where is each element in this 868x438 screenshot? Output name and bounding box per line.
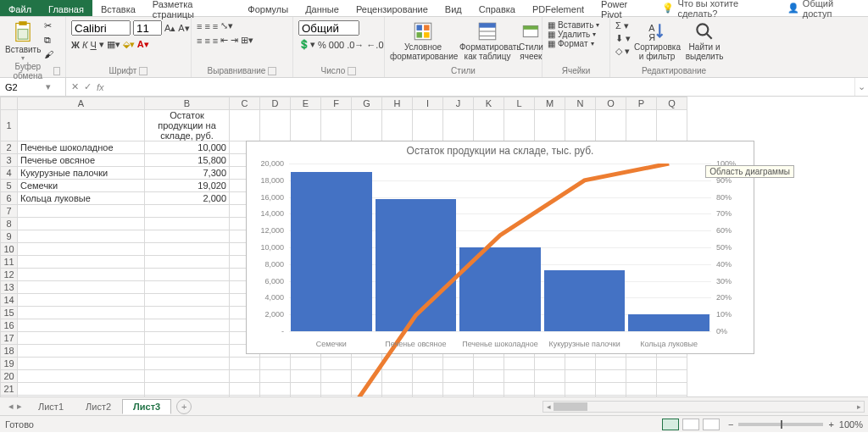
col-header-I[interactable]: I xyxy=(413,97,443,110)
worksheet-grid[interactable]: ABCDEFGHIJKLMNOPQ1Остаток продукции на с… xyxy=(0,97,868,396)
col-header-H[interactable]: H xyxy=(382,97,413,110)
cells-format-button[interactable]: ▦Формат▾ xyxy=(548,39,599,48)
cell-K1[interactable] xyxy=(474,110,504,141)
row-header-14[interactable]: 14 xyxy=(1,294,18,307)
row-header-2[interactable]: 2 xyxy=(1,141,18,154)
cell-B2[interactable]: 10,000 xyxy=(145,141,230,154)
col-header-L[interactable]: L xyxy=(504,97,535,110)
cell-A22[interactable] xyxy=(18,396,145,397)
scroll-left-icon[interactable]: ◂ xyxy=(543,402,554,412)
cell-L1[interactable] xyxy=(504,110,535,141)
tab-Формулы[interactable]: Формулы xyxy=(239,0,297,16)
decrease-font-icon[interactable]: A▾ xyxy=(178,23,189,34)
col-header-Q[interactable]: Q xyxy=(657,97,687,110)
cell-A20[interactable] xyxy=(18,370,145,383)
number-dialog-icon[interactable] xyxy=(348,67,356,75)
expand-formula-icon[interactable]: ⌄ xyxy=(854,78,868,96)
cell-B5[interactable]: 19,020 xyxy=(145,180,230,192)
merge-icon[interactable]: ⊞▾ xyxy=(241,35,253,46)
align-left-icon[interactable]: ≡ xyxy=(197,36,202,46)
inc-decimal-icon[interactable]: .0→ xyxy=(347,40,364,50)
cell-A3[interactable]: Печенье овсяное xyxy=(18,154,145,167)
tab-Данные[interactable]: Данные xyxy=(297,0,348,16)
sort-filter-button[interactable]: AЯ Сортировка и фильтр xyxy=(634,20,680,61)
fill-button[interactable]: ⬇ ▾ xyxy=(615,33,631,44)
row-header-20[interactable]: 20 xyxy=(1,370,18,383)
row-header-15[interactable]: 15 xyxy=(1,307,18,319)
cell-A4[interactable]: Кукурузные палочки xyxy=(18,167,145,180)
scroll-right-icon[interactable]: ▸ xyxy=(854,402,864,412)
cell-O1[interactable] xyxy=(596,110,626,141)
font-dialog-icon[interactable] xyxy=(139,67,147,75)
cell-styles-button[interactable]: Стили ячеек xyxy=(519,20,543,61)
view-page-break-button[interactable] xyxy=(703,419,720,430)
paste-button[interactable]: Вставить ▾ xyxy=(5,20,41,62)
cell-B7[interactable] xyxy=(145,205,230,218)
cell-B15[interactable] xyxy=(145,307,230,319)
chart-object[interactable]: Остаток продукции на складе, тыс. руб. -… xyxy=(246,141,754,354)
cell-A14[interactable] xyxy=(18,294,145,307)
col-header-D[interactable]: D xyxy=(260,97,291,110)
row-header-13[interactable]: 13 xyxy=(1,281,18,294)
cell-A17[interactable] xyxy=(18,332,145,345)
tab-Power Pivot[interactable]: Power Pivot xyxy=(593,0,655,16)
cell-A2[interactable]: Печенье шоколадное xyxy=(18,141,145,154)
cell-A18[interactable] xyxy=(18,345,145,358)
cell-B1[interactable]: Остаток продукции на складе, руб. xyxy=(145,110,230,141)
row-header-8[interactable]: 8 xyxy=(1,218,18,230)
cell-A16[interactable] xyxy=(18,319,145,332)
sheet-tab-Лист2[interactable]: Лист2 xyxy=(75,399,122,414)
col-header-E[interactable]: E xyxy=(291,97,321,110)
fx-icon[interactable]: fx xyxy=(97,82,104,92)
col-header-J[interactable]: J xyxy=(443,97,474,110)
clear-button[interactable]: ◇ ▾ xyxy=(615,46,631,57)
cut-icon[interactable]: ✂ xyxy=(44,20,53,31)
cell-I1[interactable] xyxy=(413,110,443,141)
horizontal-scrollbar[interactable]: ◂ ▸ xyxy=(542,401,865,413)
col-header-B[interactable]: B xyxy=(145,97,230,110)
row-header-22[interactable]: 22 xyxy=(1,396,18,397)
sheet-tab-Лист1[interactable]: Лист1 xyxy=(27,399,75,414)
tell-me[interactable]: 💡 Что вы хотите сделать? xyxy=(655,0,778,16)
view-normal-button[interactable] xyxy=(662,419,679,430)
indent-inc-icon[interactable]: ⇥ xyxy=(231,35,238,46)
cell-H1[interactable] xyxy=(382,110,413,141)
cell-D21[interactable] xyxy=(260,383,291,396)
conditional-formatting-button[interactable]: Условное форматирование xyxy=(390,20,456,61)
align-bottom-icon[interactable]: ≡ xyxy=(213,21,218,31)
cell-A13[interactable] xyxy=(18,281,145,294)
cell-B9[interactable] xyxy=(145,230,230,243)
tab-PDFelement[interactable]: PDFelement xyxy=(524,0,593,16)
tab-file[interactable]: Файл xyxy=(0,0,40,16)
font-size-select[interactable] xyxy=(133,20,162,36)
row-header-16[interactable]: 16 xyxy=(1,319,18,332)
cell-B22[interactable] xyxy=(145,396,230,397)
cell-Q1[interactable] xyxy=(657,110,687,141)
font-name-select[interactable] xyxy=(71,20,131,36)
cell-A12[interactable] xyxy=(18,269,145,281)
row-header-11[interactable]: 11 xyxy=(1,256,18,269)
cell-J1[interactable] xyxy=(443,110,474,141)
cell-B17[interactable] xyxy=(145,332,230,345)
zoom-in-button[interactable]: + xyxy=(828,419,833,430)
align-center-icon[interactable]: ≡ xyxy=(204,36,209,46)
name-box-input[interactable] xyxy=(3,81,46,93)
cell-B8[interactable] xyxy=(145,218,230,230)
cell-M1[interactable] xyxy=(535,110,565,141)
indent-dec-icon[interactable]: ⇤ xyxy=(220,35,228,46)
copy-icon[interactable]: ⧉ xyxy=(44,35,53,46)
align-top-icon[interactable]: ≡ xyxy=(197,21,202,31)
cell-F1[interactable] xyxy=(321,110,352,141)
cell-A19[interactable] xyxy=(18,358,145,370)
sheet-nav-next-icon[interactable]: ▸ xyxy=(17,401,22,412)
col-header-A[interactable]: A xyxy=(18,97,145,110)
comma-icon[interactable]: 000 xyxy=(329,40,344,50)
tab-Вставка[interactable]: Вставка xyxy=(92,0,144,16)
col-header-O[interactable]: O xyxy=(596,97,626,110)
row-header-21[interactable]: 21 xyxy=(1,383,18,396)
font-color-button[interactable]: A▾ xyxy=(137,39,149,50)
row-header-18[interactable]: 18 xyxy=(1,345,18,358)
align-right-icon[interactable]: ≡ xyxy=(213,36,218,46)
cell-B18[interactable] xyxy=(145,345,230,358)
find-select-button[interactable]: Найти и выделить xyxy=(683,20,726,61)
